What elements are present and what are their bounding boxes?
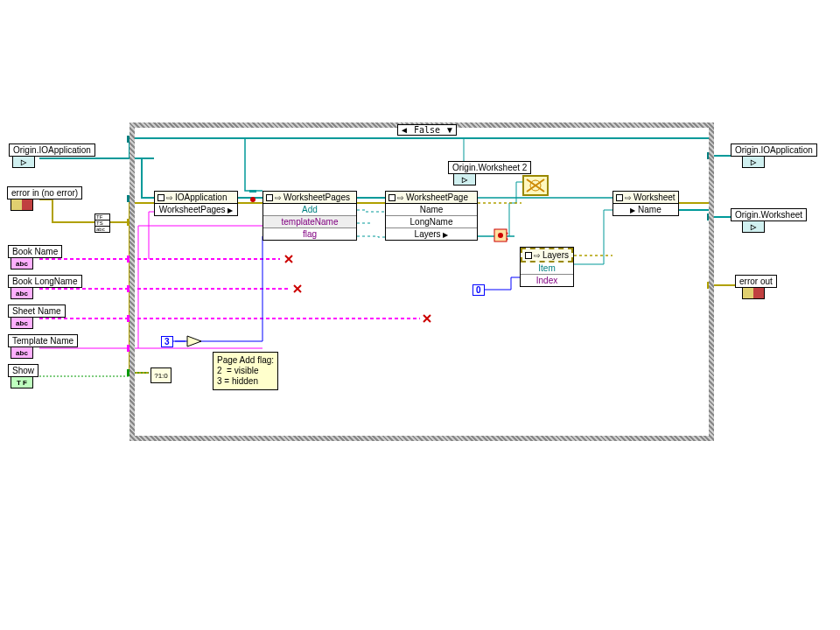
case-structure	[130, 122, 714, 441]
close-reference-node	[522, 175, 549, 196]
template-name-label: Template Name	[8, 334, 78, 347]
case-value: False	[410, 125, 444, 135]
show-terminal[interactable]: T F	[10, 376, 33, 388]
svg-point-15	[250, 197, 256, 202]
case-selector[interactable]: ◄ False ▼	[397, 124, 457, 136]
wpage-layers-prop: Layers ▶	[386, 228, 477, 240]
wp-node-title: WorksheetPages	[284, 192, 350, 202]
sheet-name-terminal[interactable]: abc	[10, 317, 33, 329]
ioapplication-property-node: ⇨IOApplication WorksheetPages ▶	[154, 191, 238, 216]
error-in-label: error in (no error)	[7, 186, 82, 200]
worksheet-out-terminal[interactable]: ▷	[742, 220, 765, 233]
wp-add-method: Add	[263, 204, 356, 216]
svg-point-14	[498, 233, 503, 238]
template-name-terminal[interactable]: abc	[10, 346, 33, 359]
book-name-label: Book Name	[8, 245, 62, 258]
wpage-longname-prop: LongName	[386, 216, 477, 228]
const-3: 3	[161, 336, 173, 347]
sheet-name-label: Sheet Name	[8, 304, 66, 318]
to-variant-node	[494, 228, 508, 242]
worksheet2-const-label: Origin.Worksheet 2	[448, 161, 531, 174]
worksheet2-const[interactable]: ▷	[453, 173, 476, 186]
layers-index-param: Index	[521, 275, 573, 286]
svg-rect-16	[249, 190, 256, 192]
worksheetpages-invoke-node: ⇨WorksheetPages Add templateName flag	[262, 191, 357, 241]
select-node: ?1:0	[150, 368, 172, 383]
wp-flag-param: flag	[263, 228, 356, 240]
book-name-terminal[interactable]: abc	[10, 257, 33, 270]
error-out-terminal[interactable]	[742, 287, 765, 299]
ioapp-refnum-terminal[interactable]: ▷	[12, 156, 35, 168]
const-0: 0	[472, 284, 485, 296]
select-primitive	[186, 334, 203, 348]
case-next-icon[interactable]: ▼	[445, 125, 454, 135]
book-longname-label: Book LongName	[8, 275, 82, 288]
error-out-label: error out	[735, 275, 777, 288]
unbundle-row-abc: abc	[95, 227, 109, 232]
worksheet-property-node: ⇨Worksheet ▶ Name	[612, 191, 679, 216]
wpage-name-prop: Name	[386, 204, 477, 216]
wpage-node-title: WorksheetPage	[406, 192, 468, 202]
case-prev-icon[interactable]: ◄	[400, 125, 409, 135]
ioapp-refnum-label: Origin.IOApplication	[9, 144, 95, 157]
layers-invoke-node: ⇨Layers Item Index	[520, 247, 574, 287]
layers-node-title: Layers	[542, 250, 569, 260]
unbundle-by-name: TF TS abc	[94, 214, 110, 233]
ws-node-title: Worksheet	[634, 192, 676, 202]
ioapp-out-label: Origin.IOApplication	[731, 144, 817, 157]
worksheetpage-property-node: ⇨WorksheetPage Name LongName Layers ▶	[385, 191, 478, 241]
ioapp-worksheetpages-property: WorksheetPages ▶	[155, 204, 237, 215]
unbundle-row-ts: TS	[95, 220, 109, 227]
ws-name-prop: ▶ Name	[613, 204, 678, 215]
book-longname-terminal[interactable]: abc	[10, 287, 33, 299]
ioapp-node-title: IOApplication	[175, 192, 227, 202]
coercion-dot-2	[249, 189, 256, 196]
worksheet-out-label: Origin.Worksheet	[731, 208, 807, 221]
error-in-terminal[interactable]	[10, 199, 33, 211]
unbundle-row-tf: TF	[95, 214, 109, 220]
svg-marker-12	[187, 336, 201, 346]
page-add-flag-comment: Page Add flag: 2 = visible 3 = hidden	[213, 352, 278, 390]
layers-item-method: Item	[521, 262, 573, 275]
show-label: Show	[8, 364, 38, 377]
ioapp-out-terminal[interactable]: ▷	[742, 156, 765, 168]
wp-templatename-param: templateName	[263, 216, 356, 228]
